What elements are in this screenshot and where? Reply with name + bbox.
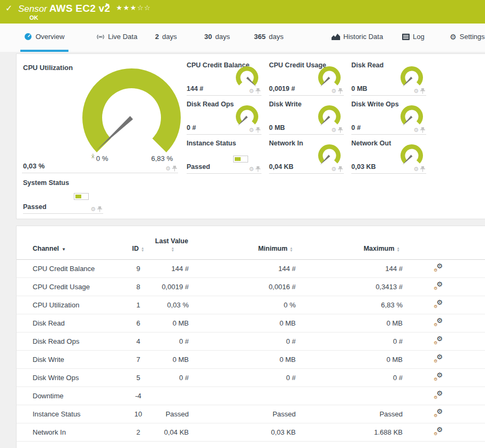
channel-gear-icon[interactable]: ⚙ <box>90 206 96 212</box>
pin-icon[interactable] <box>338 166 343 172</box>
minimum-value: 0 MB <box>190 351 297 369</box>
pin-icon[interactable] <box>420 127 425 133</box>
tab-365-days[interactable]: 365 days <box>254 24 283 50</box>
row-actions-cell: ⚙⚙ <box>404 351 485 369</box>
channel-gear-icon[interactable]: ⚙ <box>331 127 336 133</box>
maximum-value: 0 MB <box>297 314 404 333</box>
column-label: Minimum <box>258 245 288 252</box>
channel-gear-icon[interactable]: ⚙ <box>249 166 254 172</box>
pin-icon[interactable] <box>256 166 260 172</box>
last-value: 144 # <box>153 260 190 278</box>
panel-actions: ⚙ <box>331 166 343 172</box>
pin-icon[interactable] <box>338 88 343 94</box>
gauge-min-label: 0 % <box>86 155 118 163</box>
column-header-minimum[interactable]: Minimum▲▼ <box>190 237 297 260</box>
channel-name[interactable]: Network In <box>17 423 124 442</box>
tab-settings[interactable]: ⚙ Settings <box>450 24 485 50</box>
prtg-sensor-page: { "colors": { "brand_green": "#b5c31d", … <box>0 0 485 448</box>
minimum-value: 0 MB <box>190 314 297 333</box>
tab-label-number: 2 <box>155 33 159 41</box>
channel-name[interactable]: CPU Utilization <box>17 296 124 314</box>
flag-icon[interactable]: ⚑ <box>105 2 110 9</box>
channel-name[interactable]: Disk Read Ops <box>17 333 124 351</box>
panel-actions: ⚙ <box>249 127 260 133</box>
minimum-value: 0,0016 # <box>190 278 297 296</box>
last-value: 0 MB <box>153 314 190 333</box>
channel-settings-icon[interactable]: ⚙⚙ <box>434 373 443 381</box>
channel-table-card: Channel▼ ID▲▼ Last Value▲▼ Minimum▲▼ Max… <box>16 226 485 448</box>
pin-icon[interactable] <box>420 166 425 172</box>
sort-icon: ▲▼ <box>141 246 144 252</box>
minimum-value <box>190 387 297 405</box>
column-label: Channel <box>33 245 59 252</box>
channel-id: -4 <box>124 387 153 405</box>
mini-panel-cpu-credit-balance: CPU Credit Balance144 #⚙ <box>187 60 261 96</box>
tab-live-data[interactable]: Live Data <box>96 24 137 50</box>
last-value: 0,04 KB <box>153 423 190 442</box>
channel-name[interactable]: CPU Credit Balance <box>17 260 124 278</box>
panel-value: 0 # <box>351 124 360 132</box>
pin-icon[interactable] <box>172 166 177 172</box>
tab-2-days[interactable]: 2 days <box>155 24 177 50</box>
channel-settings-icon[interactable]: ⚙⚙ <box>434 282 443 290</box>
tab-log[interactable]: Log <box>402 24 425 50</box>
pin-icon[interactable] <box>97 206 102 212</box>
priority-stars[interactable]: ★★★☆☆ <box>116 4 151 12</box>
tab-30-days[interactable]: 30 days <box>204 24 230 50</box>
tab-overview[interactable]: Overview <box>20 24 68 52</box>
channel-settings-icon[interactable]: ⚙⚙ <box>434 391 443 399</box>
mini-gauge <box>314 141 345 169</box>
mini-panel-disk-read-ops: Disk Read Ops0 #⚙ <box>187 99 261 135</box>
column-header-actions <box>404 237 485 260</box>
tab-label: Live Data <box>108 33 137 41</box>
panel-actions: ⚙ <box>249 166 260 172</box>
tab-label: days <box>215 33 229 41</box>
channel-name[interactable]: CPU Credit Usage <box>17 278 124 296</box>
pin-icon[interactable] <box>338 127 343 133</box>
channel-id: 5 <box>124 369 153 387</box>
channel-name[interactable]: Disk Read <box>17 314 124 333</box>
panel-actions: ⚙ <box>90 206 102 212</box>
historic-chart-icon <box>332 33 340 40</box>
minimum-value: 0 # <box>190 333 297 351</box>
column-header-id[interactable]: ID▲▼ <box>124 237 153 260</box>
channel-name[interactable]: Disk Write Ops <box>17 369 124 387</box>
channel-name[interactable]: Disk Write <box>17 351 124 369</box>
channel-gear-icon[interactable]: ⚙ <box>331 166 336 172</box>
channel-settings-icon[interactable]: ⚙⚙ <box>434 409 443 418</box>
channel-gear-icon[interactable]: ⚙ <box>413 88 419 94</box>
mini-gauge <box>396 102 427 130</box>
mini-gauge <box>396 141 427 169</box>
channel-settings-icon[interactable]: ⚙⚙ <box>434 354 443 363</box>
mini-gauge <box>232 63 263 91</box>
channel-settings-icon[interactable]: ⚙⚙ <box>434 264 443 272</box>
channel-gear-icon[interactable]: ⚙ <box>249 88 254 94</box>
channel-gear-icon[interactable]: ⚙ <box>331 88 336 94</box>
column-header-maximum[interactable]: Maximum▲▼ <box>297 237 404 260</box>
tab-historic-data[interactable]: Historic Data <box>332 24 383 50</box>
tab-label: Log <box>413 33 425 41</box>
channel-settings-icon[interactable]: ⚙⚙ <box>434 427 443 436</box>
channel-gear-icon[interactable]: ⚙ <box>413 166 419 172</box>
tab-label-number: 365 <box>254 33 266 41</box>
cpu-utilization-gauge: x̄ <box>81 67 183 162</box>
tab-label: Overview <box>35 33 64 41</box>
mini-panel-disk-write-ops: Disk Write Ops0 #⚙ <box>351 99 426 135</box>
mini-gauge <box>314 102 345 130</box>
channel-settings-icon[interactable]: ⚙⚙ <box>434 300 443 308</box>
column-header-channel[interactable]: Channel▼ <box>17 237 124 260</box>
channel-gear-icon[interactable]: ⚙ <box>413 127 419 133</box>
channel-name[interactable]: Instance Status <box>17 405 124 423</box>
pin-icon[interactable] <box>256 88 260 94</box>
channel-settings-icon[interactable]: ⚙⚙ <box>434 318 443 327</box>
channel-name[interactable]: Downtime <box>17 387 124 405</box>
system-status-panel: System Status Passed ⚙ <box>23 178 103 214</box>
column-header-last-value[interactable]: Last Value▲▼ <box>153 237 190 260</box>
panel-actions: ⚙ <box>331 127 343 133</box>
gear-icon: ⚙ <box>450 33 457 41</box>
pin-icon[interactable] <box>420 88 425 94</box>
pin-icon[interactable] <box>256 127 260 133</box>
channel-settings-icon[interactable]: ⚙⚙ <box>434 336 443 345</box>
channel-gear-icon[interactable]: ⚙ <box>249 127 254 133</box>
channel-gear-icon[interactable]: ⚙ <box>165 166 171 172</box>
